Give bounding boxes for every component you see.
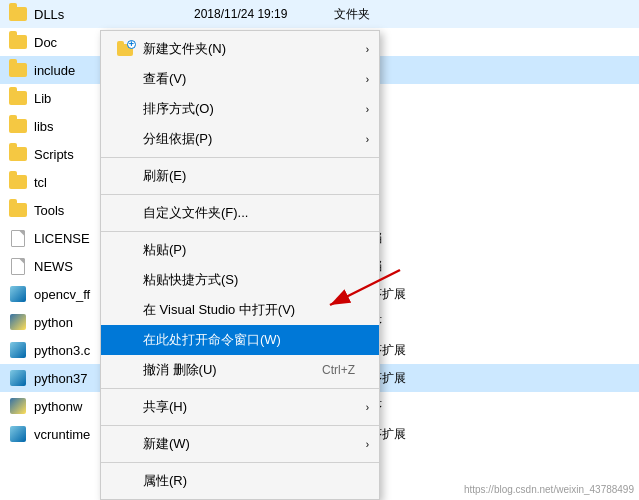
file-date: 2018/11/24 19:19 [194,7,334,21]
menu-label: 在 Visual Studio 中打开(V) [143,301,295,319]
menu-label: 分组依据(P) [143,130,212,148]
menu-label: 查看(V) [143,70,186,88]
watermark: https://blog.csdn.net/weixin_43788499 [464,484,634,495]
submenu-arrow-icon: › [366,44,369,55]
dll-icon [8,284,28,304]
doc-icon [8,228,28,248]
menu-item-paste[interactable]: 粘贴(P) [101,235,379,265]
menu-item-new[interactable]: 新建(W)› [101,429,379,459]
menu-item-customize[interactable]: 自定义文件夹(F)... [101,198,379,228]
menu-separator [101,231,379,232]
file-name: DLLs [34,7,194,22]
file-type: 文件夹 [334,6,434,23]
menu-item-properties[interactable]: 属性(R) [101,466,379,496]
folder-icon [8,200,28,220]
menu-item-view[interactable]: 查看(V)› [101,64,379,94]
dll-icon [8,424,28,444]
submenu-arrow-icon: › [366,104,369,115]
submenu-arrow-icon: › [366,439,369,450]
menu-label: 属性(R) [143,472,187,490]
menu-label: 新建(W) [143,435,190,453]
folder-icon [8,60,28,80]
menu-item-paste-shortcut[interactable]: 粘贴快捷方式(S) [101,265,379,295]
context-menu[interactable]: +新建文件夹(N)›查看(V)›排序方式(O)›分组依据(P)›刷新(E)自定义… [100,30,380,500]
menu-item-refresh[interactable]: 刷新(E) [101,161,379,191]
menu-separator [101,425,379,426]
menu-label: 共享(H) [143,398,187,416]
menu-label: 排序方式(O) [143,100,214,118]
folder-icon [8,4,28,24]
menu-item-open-vs[interactable]: 在 Visual Studio 中打开(V) [101,295,379,325]
menu-separator [101,462,379,463]
folder-icon [8,144,28,164]
folder-icon [8,88,28,108]
menu-label: 粘贴(P) [143,241,186,259]
menu-separator [101,388,379,389]
menu-item-new-folder[interactable]: +新建文件夹(N)› [101,34,379,64]
py-icon [8,312,28,332]
menu-label: 粘贴快捷方式(S) [143,271,238,289]
dll-icon [8,368,28,388]
menu-separator [101,194,379,195]
menu-label: 撤消 删除(U) [143,361,217,379]
menu-item-undo[interactable]: 撤消 删除(U)Ctrl+Z [101,355,379,385]
submenu-arrow-icon: › [366,74,369,85]
menu-label: 自定义文件夹(F)... [143,204,248,222]
file-item[interactable]: DLLs2018/11/24 19:19文件夹 [0,0,639,28]
menu-item-group[interactable]: 分组依据(P)› [101,124,379,154]
menu-separator [101,157,379,158]
menu-label: 在此处打开命令窗口(W) [143,331,281,349]
submenu-arrow-icon: › [366,402,369,413]
doc-icon [8,256,28,276]
menu-label: 新建文件夹(N) [143,40,226,58]
menu-item-sort[interactable]: 排序方式(O)› [101,94,379,124]
folder-icon [8,116,28,136]
dll-icon [8,340,28,360]
py-icon [8,396,28,416]
menu-item-open-cmd[interactable]: 在此处打开命令窗口(W) [101,325,379,355]
menu-item-share[interactable]: 共享(H)› [101,392,379,422]
folder-icon [8,172,28,192]
menu-label: 刷新(E) [143,167,186,185]
new-folder-icon: + [117,42,137,56]
folder-icon [8,32,28,52]
submenu-arrow-icon: › [366,134,369,145]
menu-shortcut: Ctrl+Z [322,363,355,377]
